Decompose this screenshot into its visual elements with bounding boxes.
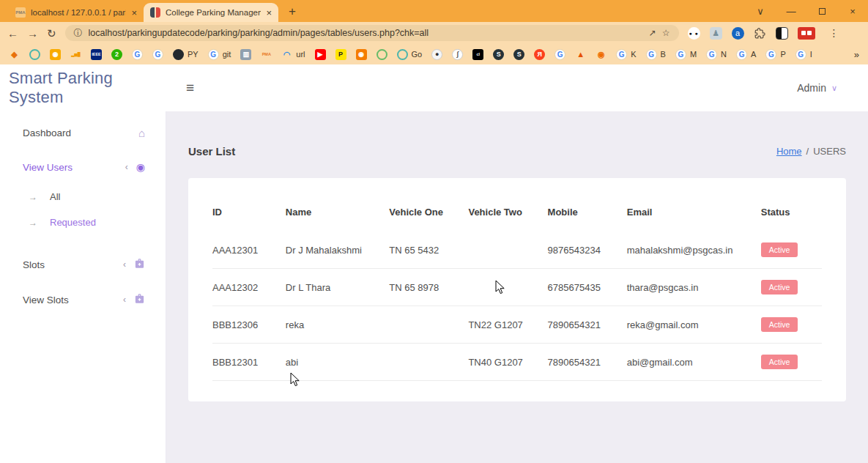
url-text[interactable]: localhost/parkingupdatecode/parking/park… [89,28,643,38]
bookmark-g-p[interactable]: GP [765,49,785,60]
chevron-left-icon: ‹ [123,295,126,305]
bookmark-g-i[interactable]: GI [795,49,812,60]
sidebar-subitem-all[interactable]: → All [0,184,166,210]
chevron-left-icon: ‹ [125,162,128,172]
bookmark-camera[interactable]: ◉ [50,49,61,60]
bookmark-g-n[interactable]: GN [706,49,727,60]
cell-status: Active [761,306,822,344]
cell-id: BBB12306 [212,306,286,344]
bookmark-go[interactable]: Go [397,49,423,60]
bookmark-go-icon [397,49,408,60]
share-icon[interactable]: ↗ [649,28,656,38]
column-header-name: Name [286,198,389,232]
sidebar-item-label: View Users [23,162,73,173]
bookmark-github-py[interactable]: PY [173,49,199,60]
bookmark-youtube[interactable]: ▶ [315,49,326,60]
admin-user-menu[interactable]: Admin ∨ [797,82,837,94]
status-badge[interactable]: Active [761,317,798,332]
extension-profile-icon[interactable]: ♟ [710,27,722,40]
bookmark-yandex[interactable]: Я [534,49,545,60]
sidebar-item-dashboard[interactable]: Dashboard ⌂ [0,116,166,150]
cell-mobile: 6785675435 [548,269,627,306]
bookmark-green-ring[interactable] [376,49,387,60]
bookmark-movie-icon: ◉ [356,49,367,60]
bookmark-matlab[interactable]: ▲ [575,49,586,60]
browser-menu-icon[interactable]: ⋮ [825,27,844,39]
minimize-button[interactable]: — [776,6,806,17]
bookmark-teal-ring[interactable] [29,49,40,60]
column-header-vehicle-two: Vehicle Two [468,198,547,232]
bookmark-url-icon: ◠ [281,49,292,60]
sidebar-item-view-users[interactable]: View Users ‹ ◉ [0,150,166,184]
extension-recorder-icon[interactable] [798,27,815,40]
college-favicon-icon [150,7,160,18]
briefcase-icon [134,258,145,271]
bookmark-google[interactable]: G [554,49,565,60]
bookmark-url[interactable]: ◠url [281,49,305,60]
sidebar-item-slots[interactable]: Slots ‹ [0,247,166,282]
bookmark-google-git[interactable]: Ggit [208,49,231,60]
extension-panda-icon[interactable]: ● ● [688,27,700,40]
target-icon: ◉ [136,161,145,173]
tab-title: College Parking Management Sy [166,8,261,17]
forward-icon[interactable]: → [27,28,38,39]
tab-phpmyadmin[interactable]: PMA localhost / 127.0.0.1 / parking | p … [9,3,144,22]
hamburger-menu-icon[interactable]: ≡ [186,80,194,96]
bookmark-printer[interactable]: ▥ [240,49,251,60]
extension-contrast-icon[interactable] [776,27,788,40]
bookmark-s1[interactable]: S [493,49,504,60]
bookmark-g-b-icon: G [646,49,657,60]
main-content: User List Home / USERS ID Name Vehicle O… [166,111,868,463]
bookmark-analytics[interactable]: ▂▅█ [70,49,81,60]
status-badge[interactable]: Active [761,242,798,257]
bookmark-g-b-label: B [661,50,666,59]
bookmark-matlab-icon: ▲ [575,49,586,60]
bookmark-g-b[interactable]: GB [646,49,666,60]
bookmark-star-icon[interactable]: ☆ [662,28,670,38]
bookmark-movie[interactable]: ◉ [356,49,367,60]
extension-a-icon[interactable]: a [732,27,744,40]
bookmark-cl[interactable]: cl [472,49,483,60]
page-info-icon[interactable]: ⓘ [74,27,83,40]
cell-status: Active [761,232,822,269]
bookmark-g-m[interactable]: GM [675,49,697,60]
bookmark-s2[interactable]: S [513,49,524,60]
bookmark-eye[interactable]: ◉ [596,49,607,60]
browser-toolbar: ← → ↻ ⓘ localhost/parkingupdatecode/park… [0,22,868,44]
cell-vehicle-two: TN22 G1207 [468,306,547,344]
bookmark-github-py-label: PY [188,50,199,59]
bookmark-pma-icon: PMA [261,49,272,60]
bookmark-p-yellow[interactable]: P [335,49,346,60]
restore-button[interactable] [806,8,837,15]
sidebar-subitem-requested[interactable]: → Requested [0,210,166,235]
bookmark-google[interactable]: G [132,49,143,60]
tab-close-icon[interactable]: × [131,7,137,18]
bookmark-bird[interactable]: ● [431,49,442,60]
extensions-puzzle-icon[interactable] [754,27,766,40]
new-tab-button[interactable]: + [289,4,296,19]
close-window-button[interactable]: × [837,6,868,17]
address-bar[interactable]: ⓘ localhost/parkingupdatecode/parking/pa… [65,25,679,41]
status-badge[interactable]: Active [761,355,798,369]
bookmark-google-git-label: git [223,50,231,59]
bookmark-ieee[interactable]: IEEE [91,49,102,60]
back-icon[interactable]: ← [7,28,18,39]
sidebar-spacer [0,235,166,247]
bookmark-g-a[interactable]: GA [736,49,756,60]
bookmark-g-k[interactable]: GK [616,49,636,60]
bookmarks-overflow-icon[interactable]: » [854,49,859,60]
tab-close-icon[interactable]: × [266,7,272,18]
breadcrumb-current: USERS [813,146,846,157]
reload-icon[interactable]: ↻ [47,28,56,39]
bookmark-pma[interactable]: PMA [261,49,272,60]
tab-college-parking[interactable]: College Parking Management Sy × [144,3,278,22]
sidebar-subitem-label: All [50,191,60,202]
breadcrumb-home-link[interactable]: Home [776,146,802,157]
status-badge[interactable]: Active [761,280,798,295]
tab-search-icon[interactable]: ∨ [745,6,776,17]
bookmark-diamond[interactable]: ◆ [9,49,20,60]
bookmark-google[interactable]: G [152,49,163,60]
bookmark-figure[interactable]: ʃ [452,49,463,60]
sidebar-item-view-slots[interactable]: View Slots ‹ [0,282,166,317]
bookmark-green-2[interactable]: 2 [111,49,122,60]
